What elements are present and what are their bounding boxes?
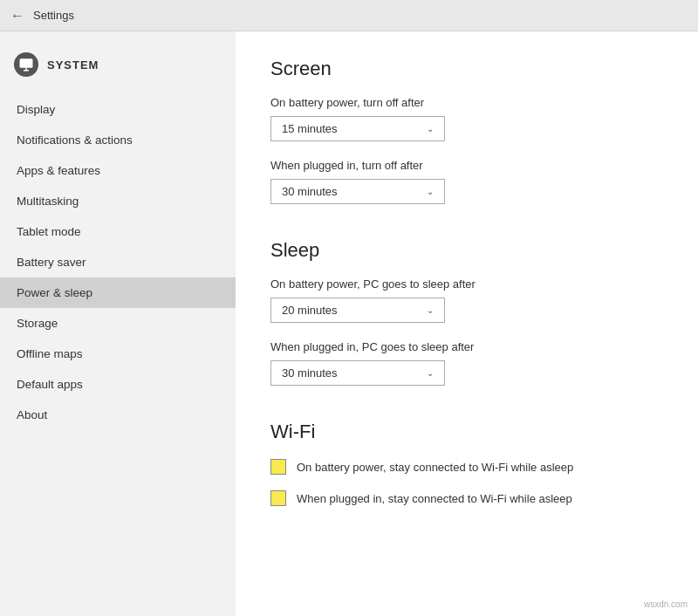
screen-plugged-value: 30 minutes: [282, 185, 338, 198]
sidebar-header-title: SYSTEM: [47, 58, 99, 72]
sleep-battery-value: 20 minutes: [282, 304, 338, 317]
title-bar-title: Settings: [33, 9, 74, 22]
screen-plugged-label: When plugged in, turn off after: [270, 159, 663, 172]
screen-section: Screen On battery power, turn off after …: [270, 58, 663, 204]
sleep-battery-chevron-icon: ⌄: [427, 305, 434, 315]
wifi-title: Wi-Fi: [270, 421, 663, 443]
wifi-plugged-label: When plugged in, stay connected to Wi-Fi…: [297, 492, 572, 505]
sleep-battery-label: On battery power, PC goes to sleep after: [270, 277, 663, 291]
sidebar-item-notifications[interactable]: Notifications & actions: [0, 125, 236, 155]
screen-plugged-dropdown[interactable]: 30 minutes ⌄: [270, 179, 445, 204]
screen-battery-chevron-icon: ⌄: [427, 124, 434, 133]
sidebar-item-default-apps[interactable]: Default apps: [0, 369, 236, 400]
screen-battery-label: On battery power, turn off after: [270, 96, 663, 109]
content-area: Screen On battery power, turn off after …: [236, 31, 698, 616]
sidebar: SYSTEM Display Notifications & actions A…: [0, 31, 236, 616]
watermark: wsxdn.com: [644, 599, 688, 609]
back-button[interactable]: ←: [10, 8, 24, 24]
wifi-battery-label: On battery power, stay connected to Wi-F…: [297, 461, 573, 474]
sidebar-header: SYSTEM: [0, 40, 236, 94]
sleep-plugged-dropdown-wrapper: When plugged in, PC goes to sleep after …: [270, 340, 663, 386]
sleep-title: Sleep: [270, 239, 663, 262]
svg-rect-0: [20, 58, 33, 68]
sidebar-item-storage[interactable]: Storage: [0, 308, 236, 339]
screen-battery-dropdown[interactable]: 15 minutes ⌄: [270, 116, 445, 141]
wifi-battery-item: On battery power, stay connected to Wi-F…: [270, 459, 663, 475]
sleep-plugged-chevron-icon: ⌄: [427, 368, 434, 378]
sidebar-item-display[interactable]: Display: [0, 94, 236, 125]
sleep-plugged-dropdown[interactable]: 30 minutes ⌄: [270, 360, 445, 386]
sidebar-item-tablet-mode[interactable]: Tablet mode: [0, 216, 236, 247]
wifi-battery-checkbox[interactable]: [270, 459, 286, 475]
sidebar-item-power-sleep[interactable]: Power & sleep: [0, 277, 236, 308]
sleep-section: Sleep On battery power, PC goes to sleep…: [270, 239, 663, 386]
wifi-plugged-item: When plugged in, stay connected to Wi-Fi…: [270, 490, 663, 506]
sleep-plugged-value: 30 minutes: [282, 366, 338, 380]
screen-plugged-dropdown-wrapper: When plugged in, turn off after 30 minut…: [270, 159, 663, 204]
sidebar-item-offline-maps[interactable]: Offline maps: [0, 339, 236, 369]
system-icon: [14, 52, 38, 77]
wifi-plugged-checkbox[interactable]: [270, 490, 286, 506]
sleep-plugged-label: When plugged in, PC goes to sleep after: [270, 340, 663, 353]
screen-battery-value: 15 minutes: [282, 122, 338, 135]
sleep-battery-dropdown-wrapper: On battery power, PC goes to sleep after…: [270, 277, 663, 323]
sidebar-item-apps-features[interactable]: Apps & features: [0, 155, 236, 186]
sidebar-item-about[interactable]: About: [0, 400, 236, 430]
screen-plugged-chevron-icon: ⌄: [427, 187, 434, 196]
screen-battery-dropdown-wrapper: On battery power, turn off after 15 minu…: [270, 96, 663, 141]
main-container: SYSTEM Display Notifications & actions A…: [0, 31, 698, 616]
sidebar-item-multitasking[interactable]: Multitasking: [0, 186, 236, 216]
wifi-section: Wi-Fi On battery power, stay connected t…: [270, 421, 663, 506]
sleep-battery-dropdown[interactable]: 20 minutes ⌄: [270, 298, 445, 323]
sidebar-item-battery-saver[interactable]: Battery saver: [0, 247, 236, 277]
title-bar: ← Settings: [0, 0, 698, 31]
screen-title: Screen: [270, 58, 663, 80]
